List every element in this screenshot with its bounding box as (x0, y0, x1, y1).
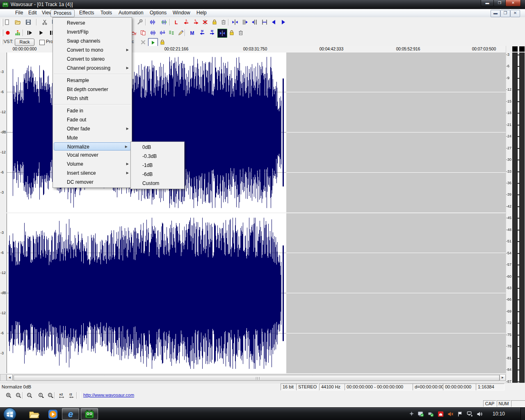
loop-point-left-icon[interactable]: L (182, 18, 191, 26)
scroll-right-button[interactable]: ► (500, 374, 506, 381)
security-check-tray-icon[interactable] (417, 411, 425, 418)
paste-down-icon[interactable] (158, 29, 167, 37)
scrollbar-track[interactable] (13, 374, 500, 381)
tablet-tray-icon[interactable] (408, 411, 415, 418)
close-x-icon[interactable] (139, 38, 148, 46)
zoom-half-icon[interactable]: /2 (67, 391, 76, 399)
process-menu-item-volume[interactable]: Volume▶ (53, 160, 132, 169)
vst-rack-button[interactable]: Rack (15, 39, 34, 46)
marker-pair-left-icon[interactable] (240, 18, 249, 26)
close-button[interactable]: ✕ (505, 0, 521, 7)
copy-special-icon[interactable] (139, 29, 148, 37)
action-center-flag-icon[interactable] (456, 411, 463, 418)
process-menu-item-vocal-remover[interactable]: Vocal remover (53, 151, 132, 160)
normalize-option--0-3db[interactable]: -0.3dB (131, 152, 184, 161)
normalize-option-0db[interactable]: 0dB (131, 143, 184, 152)
lock-loop-icon[interactable] (210, 18, 219, 26)
loop-point-right-icon[interactable]: L (192, 18, 201, 26)
process-menu-item-convert-to-stereo[interactable]: Convert to stereo (53, 55, 132, 64)
menu-effects[interactable]: Effects (76, 9, 97, 16)
minimize-button[interactable]: ▬ (481, 0, 494, 7)
usb-eject-tray-icon[interactable] (427, 411, 434, 418)
process-menu-item-insert-silence[interactable]: Insert silence▶ (53, 169, 132, 178)
tool-options-icon[interactable] (135, 18, 144, 26)
save-file-icon[interactable] (24, 18, 33, 26)
marker-expand-icon[interactable] (231, 18, 240, 26)
zoom-selection-icon[interactable] (25, 391, 34, 399)
process-menu-item-invert-flip[interactable]: Invert/Flip (53, 27, 132, 37)
scroll-left-button[interactable]: ◄ (7, 374, 13, 381)
lock-marker-icon[interactable] (227, 29, 236, 37)
mdi-minimize-button[interactable]: ▬ (491, 10, 500, 17)
pencil-edit-icon[interactable] (176, 29, 185, 37)
zoom-vertical-in-icon[interactable] (37, 391, 46, 399)
process-menu-item-mute[interactable]: Mute (53, 133, 132, 142)
marker-select-icon[interactable] (217, 29, 227, 38)
process-menu-item-pitch-shift[interactable]: Pitch shift (53, 94, 132, 103)
volume-tray-icon[interactable] (476, 411, 483, 418)
scrollbar-thumb[interactable] (14, 375, 500, 381)
menu-options[interactable]: Options (147, 9, 169, 16)
explorer-taskbar-icon[interactable] (25, 408, 43, 420)
cut-icon[interactable] (40, 18, 49, 26)
horizontal-scrollbar[interactable]: ◄ ► (0, 374, 506, 381)
marker-m-icon[interactable]: M (188, 29, 197, 37)
record-icon[interactable] (3, 29, 12, 37)
zoom-vertical-out-icon[interactable] (46, 391, 55, 399)
open-file-icon[interactable] (13, 18, 22, 26)
media-player-taskbar-icon[interactable] (44, 408, 62, 420)
normalize-option-custom[interactable]: Custom (131, 179, 184, 188)
process-menu-item-other-fade[interactable]: Other fade▶ (53, 124, 132, 133)
statistics-icon[interactable] (167, 29, 176, 37)
delete-marker-icon[interactable] (236, 29, 245, 37)
menu-automation[interactable]: Automation (116, 9, 146, 16)
start-button[interactable] (1, 408, 19, 420)
process-menu-item-normalize[interactable]: Normalize▶ (54, 142, 131, 151)
prev-marker-icon[interactable] (269, 18, 278, 26)
menu-file[interactable]: File (12, 9, 26, 16)
waveform-right-channel[interactable] (7, 213, 506, 373)
process-menu-item-reverse[interactable]: Reverse (53, 18, 132, 27)
wavosaur-link[interactable]: http://www.wavosaur.com (83, 393, 134, 397)
process-menu-item-channel-processing[interactable]: Channel processing▶ (53, 64, 132, 73)
marker-pair-right-icon[interactable] (250, 18, 259, 26)
menu-window[interactable]: Window (170, 9, 193, 16)
level-meter-icon[interactable] (13, 29, 22, 37)
new-file-icon[interactable] (2, 18, 11, 26)
marker-bound-icon[interactable] (260, 18, 269, 26)
process-menu-item-dc-remover[interactable]: DC remover (53, 178, 132, 187)
delete-loop-points-icon[interactable] (201, 18, 210, 26)
restore-button[interactable]: ❐ (493, 0, 506, 7)
zoom-out-icon[interactable] (14, 391, 23, 399)
delete-all-loops-icon[interactable] (219, 18, 228, 26)
vst-checkbox[interactable] (39, 40, 45, 45)
process-menu-item-fade-out[interactable]: Fade out (53, 115, 132, 124)
next-marker-icon[interactable] (279, 18, 288, 26)
insert-wave-icon[interactable] (148, 29, 158, 37)
mdi-restore-button[interactable]: ❐ (500, 10, 510, 17)
menu-tools[interactable]: Tools (98, 9, 115, 16)
menu-edit[interactable]: Edit (25, 9, 40, 16)
menu-help[interactable]: Help (194, 9, 210, 16)
zoom-x2-icon[interactable]: x2 (57, 391, 66, 399)
process-menu-item-resample[interactable]: Resample (53, 76, 132, 85)
internet-explorer-taskbar-icon[interactable]: e (62, 408, 79, 420)
process-menu-item-bit-depth-converter[interactable]: Bit depth converter (53, 85, 132, 94)
show-desktop-button[interactable] (520, 408, 525, 420)
process-menu-item-convert-to-mono[interactable]: Convert to mono▶ (53, 46, 132, 55)
wavosaur-taskbar-icon[interactable] (81, 408, 98, 420)
zoom-in-icon[interactable] (4, 391, 13, 399)
marker-right-icon[interactable]: M (208, 29, 217, 37)
process-menu-item-fade-in[interactable]: Fade in (53, 106, 132, 115)
marker-left-icon[interactable]: M (198, 29, 207, 37)
menu-process[interactable]: Process (50, 9, 75, 17)
play-icon[interactable] (37, 29, 46, 37)
normalize-option--1db[interactable]: -1dB (131, 161, 184, 170)
taskbar-clock[interactable]: 10:10 (489, 411, 509, 417)
antivirus-tray-icon[interactable] (437, 411, 444, 418)
lock-play-icon[interactable] (158, 38, 167, 46)
toolbar-grip[interactable] (1, 39, 3, 44)
network-tray-icon[interactable] (466, 411, 473, 418)
normalize-option--6db[interactable]: -6dB (131, 170, 184, 179)
play-from-cursor-icon[interactable] (25, 29, 34, 37)
